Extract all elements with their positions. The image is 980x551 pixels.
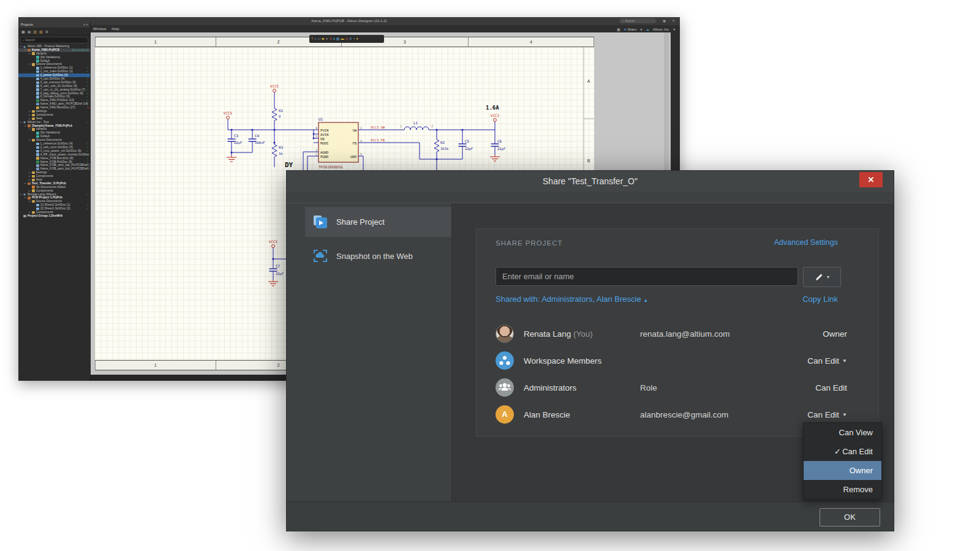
menu-item-can-edit[interactable]: ✓Can Edit <box>804 442 881 461</box>
fol-icon <box>32 200 35 203</box>
designator: R3 <box>279 145 284 149</box>
shared-with-toggle[interactable]: Shared with: Administrators, Alan Bresci… <box>496 294 648 304</box>
tree-item[interactable]: Project Group 1.DsnWrk <box>18 214 90 218</box>
fol-icon <box>32 175 35 178</box>
projects-toolbar[interactable]: ▦▤▥▧⚙ <box>18 28 90 36</box>
zone-letter: B <box>587 159 590 163</box>
administrators-icon <box>496 378 514 397</box>
global-search-input[interactable]: ⌕ Search <box>620 18 655 23</box>
dwf-icon <box>36 168 39 171</box>
menu-item-owner[interactable]: Owner <box>804 461 881 480</box>
menu-item-can-view[interactable]: Can View <box>804 423 881 442</box>
activebar-icon[interactable]: ▦ <box>336 37 339 41</box>
share-button[interactable]: ➤ Share <box>624 28 636 31</box>
net-label: VCC5 <box>270 84 279 88</box>
open-icon[interactable]: ▤ <box>28 29 31 34</box>
avatar <box>496 324 514 343</box>
partial-text: DY <box>285 161 293 169</box>
notifications-icon[interactable]: ● <box>640 28 642 31</box>
pcb-icon <box>36 99 39 102</box>
designator: U1 <box>318 117 323 121</box>
sidebar-item-share-project[interactable]: Share Project <box>305 207 451 237</box>
dialog-title: Share "Test_Transfer_O" <box>287 176 894 186</box>
activebar-icon[interactable]: ▬ <box>341 37 344 41</box>
sidebar-item-label: Share Project <box>336 217 385 227</box>
bom-icon <box>36 157 39 160</box>
role-dropdown-open[interactable]: Can Edit▼ <box>807 410 847 419</box>
activebar-icon[interactable]: + <box>314 37 316 41</box>
fol-icon <box>32 189 35 192</box>
fol-icon <box>32 118 35 121</box>
layout-icon[interactable]: ▦ <box>617 28 620 31</box>
activebar-icon[interactable]: ↯ <box>329 37 332 41</box>
sch-icon <box>36 92 39 95</box>
fol-icon <box>32 128 35 131</box>
menu-item-remove[interactable]: Remove <box>804 480 881 499</box>
fol-icon <box>32 139 35 142</box>
part-number: TPS62060DSG <box>318 165 343 169</box>
permission-default-button[interactable]: ▾ <box>803 267 841 287</box>
window-controls[interactable]: – ▣ ✕ <box>655 18 677 23</box>
ok-button[interactable]: OK <box>820 508 880 527</box>
advanced-settings-link[interactable]: Advanced Settings <box>774 238 838 247</box>
activebar-icon[interactable]: A <box>349 37 352 41</box>
panel-header-icons[interactable]: ▾ ✕ <box>83 22 88 28</box>
settings-icon[interactable]: ⚙ <box>45 29 48 34</box>
avatar-letter: A <box>496 405 514 424</box>
email-input[interactable] <box>496 267 798 286</box>
prj-icon <box>28 124 31 127</box>
fol-icon <box>32 63 35 66</box>
sch-icon <box>36 88 39 91</box>
ws-icon: ◉ <box>23 121 26 124</box>
net-label: VCC3 <box>491 113 500 118</box>
dwf-icon <box>36 103 39 106</box>
workspace-members-icon <box>496 351 514 370</box>
value: 0 <box>279 114 281 118</box>
net-label: VCC3_FB <box>371 138 385 143</box>
value: 22µF <box>276 272 284 276</box>
share-dialog: Share "Test_Transfer_O" ✕ Share Project … <box>286 170 894 531</box>
check-icon: ✓ <box>834 442 841 461</box>
role-dropdown[interactable]: Can Edit▼ <box>807 356 847 365</box>
activebar-icon[interactable]: ▶ <box>322 37 325 41</box>
net-label: VCC5 <box>269 239 278 244</box>
cloud-icon: ☁ <box>646 28 650 31</box>
var-icon <box>36 56 39 59</box>
value: 1k <box>279 152 283 156</box>
active-bar[interactable]: T+▭▶⌖↯≡▦▬◎A◔● <box>309 35 384 43</box>
pin-name: EN <box>320 137 325 141</box>
designator: C4 <box>255 133 260 138</box>
projects-panel-header[interactable]: Projects ▾ ✕ <box>18 22 90 28</box>
member-name: Workspace Members <box>524 356 601 365</box>
activebar-icon[interactable]: ⌖ <box>326 37 328 41</box>
projects-search-input[interactable]: ⌕ Search <box>20 37 88 43</box>
sch-icon <box>36 150 39 153</box>
activebar-icon[interactable]: ◎ <box>345 37 349 41</box>
close-button[interactable]: ✕ <box>859 172 883 187</box>
designator: L1 <box>413 121 418 125</box>
menu-window[interactable]: Window <box>93 27 106 31</box>
activebar-icon[interactable]: ◔ <box>353 37 355 41</box>
value: 383k <box>440 147 449 151</box>
menu-help[interactable]: Help <box>111 27 119 31</box>
activebar-icon[interactable]: ▭ <box>318 37 321 41</box>
account-caret-icon[interactable]: ▾ <box>673 28 675 31</box>
permission-menu: Can View ✓Can Edit Owner Remove <box>803 422 882 500</box>
dialog-sidebar: Share Project Snapshot on the Web <box>287 203 451 531</box>
value: 22pF <box>465 147 473 151</box>
activebar-icon[interactable]: ● <box>356 37 358 41</box>
designator: C5 <box>465 139 470 143</box>
share-panel: SHARE PROJECT Advanced Settings ▾ Shared… <box>476 228 879 437</box>
activebar-icon[interactable]: T <box>311 37 313 41</box>
save-icon[interactable]: ▦ <box>21 29 25 34</box>
sch-icon <box>36 204 39 207</box>
ws-icon: ◉ <box>23 45 26 48</box>
snapshot-icon <box>313 249 328 263</box>
folder2-icon[interactable]: ▧ <box>39 29 43 34</box>
folder-icon[interactable]: ▥ <box>33 29 37 34</box>
copy-link-button[interactable]: Copy Link <box>802 294 838 304</box>
activebar-icon[interactable]: ≡ <box>333 37 335 41</box>
sidebar-item-snapshot[interactable]: Snapshot on the Web <box>305 242 451 269</box>
account-label[interactable]: Altium, Inc. <box>653 28 669 31</box>
folo-icon <box>32 186 35 189</box>
